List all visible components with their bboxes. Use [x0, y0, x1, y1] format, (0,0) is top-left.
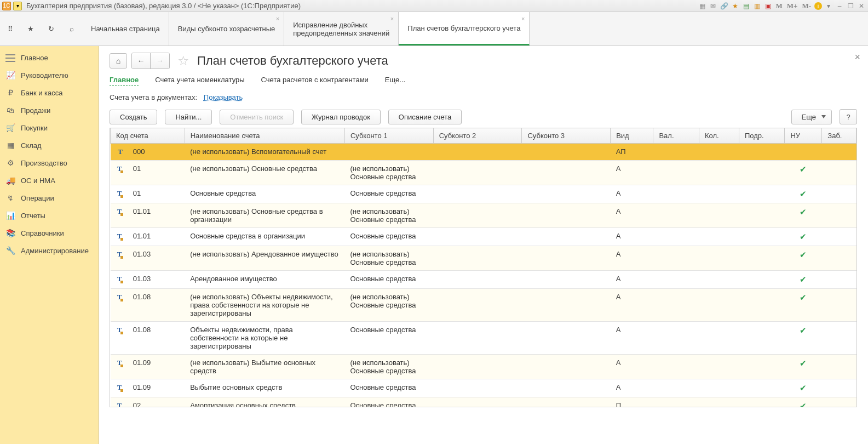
ruble-icon: ₽ — [5, 88, 15, 97]
cell: Основные средства — [344, 185, 433, 203]
star-icon[interactable]: ★ — [25, 24, 36, 35]
cell: (не использовать) Основные средства — [185, 161, 344, 185]
table-row[interactable]: T 01Основные средстваОсновные средстваА✔ — [111, 185, 856, 203]
column-header[interactable]: Заб. — [822, 128, 856, 144]
table-row[interactable]: T 01.01Основные средства в организацииОс… — [111, 228, 856, 246]
cell: А — [611, 379, 653, 397]
column-header[interactable]: Субконто 1 — [344, 128, 433, 144]
mminus-button[interactable]: M- — [801, 2, 812, 10]
cell — [522, 246, 611, 271]
sidebar-item-3[interactable]: 🛍Продажи — [0, 101, 98, 119]
history-icon[interactable]: ↻ — [46, 24, 57, 35]
journal-button[interactable]: Журнал проводок — [301, 110, 381, 124]
cell: А — [611, 203, 653, 228]
sidebar-item-11[interactable]: 🔧Администрирование — [0, 242, 98, 259]
subtab-2[interactable]: Счета расчетов с контрагентами — [261, 76, 369, 86]
tab-close-icon[interactable]: × — [521, 15, 525, 22]
find-button[interactable]: Найти... — [165, 110, 212, 124]
cell: Арендованное имущество — [185, 271, 344, 289]
column-header[interactable]: Вид — [611, 128, 653, 144]
table-row[interactable]: T 01.03Арендованное имуществоОсновные ср… — [111, 271, 856, 289]
cell: ✔ — [785, 322, 822, 355]
cell: Основные средства в организации — [185, 228, 344, 246]
info-icon[interactable]: i — [814, 2, 822, 10]
tab-close-icon[interactable]: × — [276, 15, 279, 22]
accounts-table[interactable]: Код счетаНаименование счетаСубконто 1Суб… — [110, 128, 857, 407]
table-row[interactable]: T 01.08(не использовать) Объекты недвижи… — [111, 289, 856, 322]
column-header[interactable]: Субконто 2 — [433, 128, 522, 144]
cell — [699, 355, 739, 379]
window-close-icon[interactable]: ✕ — [857, 2, 866, 10]
help-button[interactable]: ? — [840, 109, 857, 124]
cell — [653, 185, 699, 203]
cell — [522, 161, 611, 185]
sidebar-item-6[interactable]: ⚙Производство — [0, 154, 98, 172]
sidebar-item-1[interactable]: 📈Руководителю — [0, 66, 98, 84]
sidebar-item-label: Склад — [21, 141, 42, 150]
table-row[interactable]: T 01.09Выбытие основных средствОсновные … — [111, 379, 856, 397]
cell — [653, 271, 699, 289]
table-row[interactable]: T 02Амортизация основных средствОсновные… — [111, 397, 856, 408]
create-button[interactable]: Создать — [110, 110, 157, 124]
sidebar-item-9[interactable]: 📊Отчеты — [0, 207, 98, 224]
tab-0[interactable]: Начальная страница — [82, 12, 169, 45]
calendar-icon[interactable]: ▣ — [763, 2, 772, 10]
column-header[interactable]: НУ — [785, 128, 822, 144]
mail-icon[interactable]: ✉ — [709, 2, 717, 10]
dropdown2-icon[interactable]: ▾ — [824, 2, 833, 10]
window-minimize-icon[interactable]: – — [835, 2, 844, 10]
sidebar-item-7[interactable]: 🚚ОС и НМА — [0, 172, 98, 189]
mplus-button[interactable]: M+ — [786, 2, 799, 10]
window-restore-icon[interactable]: ❐ — [846, 2, 855, 10]
column-header[interactable]: Кол. — [699, 128, 739, 144]
m-button[interactable]: M — [774, 2, 783, 10]
schedule-icon[interactable]: ▥ — [752, 2, 761, 10]
dropdown-icon[interactable]: ▾ — [13, 2, 22, 10]
back-button[interactable]: ← — [132, 53, 151, 69]
forward-button[interactable]: → — [151, 53, 169, 69]
description-button[interactable]: Описание счета — [388, 110, 462, 124]
column-header[interactable]: Наименование счета — [185, 128, 344, 144]
cancel-search-button[interactable]: Отменить поиск — [220, 110, 294, 124]
tab-1[interactable]: Виды субконто хозрасчетные× — [169, 12, 284, 45]
sidebar-item-5[interactable]: ▦Склад — [0, 136, 98, 154]
cell — [739, 397, 784, 408]
search-icon[interactable]: ⌕ — [66, 24, 77, 35]
sidebar-item-8[interactable]: ↯Операции — [0, 189, 98, 207]
tab-2[interactable]: Исправление двойныхпредопределенных знач… — [284, 12, 399, 45]
app-icon[interactable]: 1C — [2, 2, 11, 10]
sidebar-item-label: Администрирование — [21, 247, 89, 255]
favorite-icon[interactable]: ★ — [731, 2, 739, 10]
sidebar-item-0[interactable]: Главное — [0, 49, 98, 66]
column-header[interactable]: Вал. — [653, 128, 699, 144]
sidebar-item-10[interactable]: 📚Справочники — [0, 224, 98, 242]
sidebar-item-4[interactable]: 🛒Покупки — [0, 119, 98, 136]
tab-3[interactable]: План счетов бухгалтерского учета× — [399, 12, 530, 45]
close-main-icon[interactable]: × — [854, 52, 860, 63]
cell: А — [611, 289, 653, 322]
calc-icon[interactable]: ▤ — [741, 2, 750, 10]
columns-icon[interactable]: ▦ — [698, 2, 706, 10]
cell: Основные средства — [185, 185, 344, 203]
table-row[interactable]: T 01.09(не использовать) Выбытие основны… — [111, 355, 856, 379]
tab-close-icon[interactable]: × — [390, 15, 394, 22]
link-icon[interactable]: 🔗 — [720, 2, 728, 10]
home-button[interactable]: ⌂ — [110, 53, 127, 69]
more-button[interactable]: Еще — [791, 110, 832, 124]
table-row[interactable]: T 01.01(не использовать) Основные средст… — [111, 203, 856, 228]
table-row[interactable]: T 000(не использовать) Вспомогательный с… — [111, 144, 856, 161]
table-row[interactable]: T 01(не использовать) Основные средства(… — [111, 161, 856, 185]
table-row[interactable]: T 01.03(не использовать) Арендованное им… — [111, 246, 856, 271]
column-header[interactable]: Субконто 3 — [522, 128, 611, 144]
subtab-0[interactable]: Главное — [110, 76, 139, 86]
subtab-1[interactable]: Счета учета номенклатуры — [155, 76, 244, 86]
favorite-page-icon[interactable]: ☆ — [177, 53, 189, 69]
sidebar-item-2[interactable]: ₽Банк и касса — [0, 84, 98, 101]
subtab-3[interactable]: Еще... — [385, 76, 405, 86]
tab-label: Исправление двойных — [293, 21, 389, 29]
apps-icon[interactable]: ⠿ — [5, 24, 16, 35]
column-header[interactable]: Код счета — [111, 128, 185, 144]
column-header[interactable]: Подр. — [739, 128, 784, 144]
infoline-link[interactable]: Показывать — [204, 93, 243, 101]
table-row[interactable]: T 01.08Объекты недвижимости, права собст… — [111, 322, 856, 355]
